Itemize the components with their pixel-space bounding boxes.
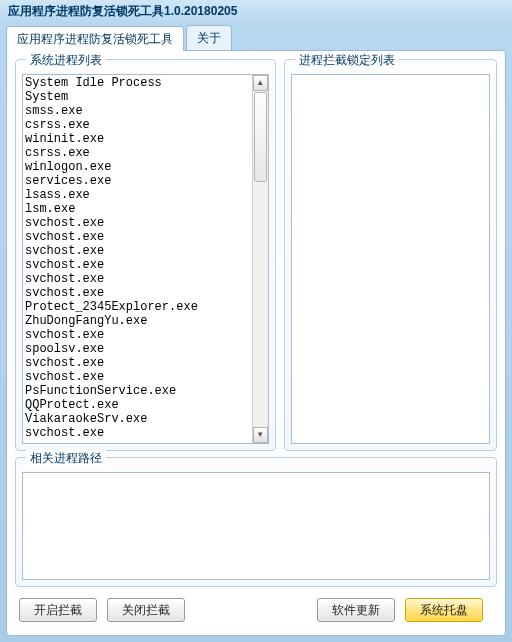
- lock-list[interactable]: [292, 75, 489, 443]
- tab-bar: 应用程序进程防复活锁死工具 关于: [0, 24, 512, 50]
- start-block-button[interactable]: 开启拦截: [19, 598, 97, 622]
- path-list[interactable]: [22, 472, 490, 580]
- process-item[interactable]: ViakaraokeSrv.exe: [25, 412, 250, 426]
- process-item[interactable]: svchost.exe: [25, 272, 250, 286]
- process-item[interactable]: lsm.exe: [25, 202, 250, 216]
- button-bar: 开启拦截 关闭拦截 软件更新 系统托盘: [15, 593, 497, 627]
- process-item[interactable]: smss.exe: [25, 104, 250, 118]
- process-item[interactable]: svchost.exe: [25, 328, 250, 342]
- process-item[interactable]: spoolsv.exe: [25, 342, 250, 356]
- scroll-thumb[interactable]: [254, 92, 267, 182]
- tab-about[interactable]: 关于: [186, 25, 232, 50]
- process-item[interactable]: svchost.exe: [25, 258, 250, 272]
- process-list[interactable]: System Idle ProcessSystemsmss.execsrss.e…: [23, 75, 252, 443]
- system-tray-button[interactable]: 系统托盘: [405, 598, 483, 622]
- group-process-paths-label: 相关进程路径: [26, 450, 106, 467]
- process-item[interactable]: System Idle Process: [25, 76, 250, 90]
- process-item[interactable]: lsass.exe: [25, 188, 250, 202]
- process-item[interactable]: svchost.exe: [25, 426, 250, 440]
- tab-main[interactable]: 应用程序进程防复活锁死工具: [6, 26, 184, 51]
- process-item[interactable]: System: [25, 90, 250, 104]
- group-system-processes-label: 系统进程列表: [26, 52, 106, 69]
- process-item[interactable]: svchost.exe: [25, 286, 250, 300]
- process-item[interactable]: svchost.exe: [25, 244, 250, 258]
- client-area: 系统进程列表 System Idle ProcessSystemsmss.exe…: [6, 50, 506, 636]
- process-item[interactable]: ZhuDongFangYu.exe: [25, 314, 250, 328]
- process-item[interactable]: svchost.exe: [25, 230, 250, 244]
- process-list-scrollbar[interactable]: ▲ ▼: [252, 75, 268, 443]
- scroll-down-icon[interactable]: ▼: [253, 427, 268, 443]
- group-locked-processes: 进程拦截锁定列表: [284, 59, 497, 451]
- window-title: 应用程序进程防复活锁死工具1.0.20180205: [8, 4, 237, 18]
- process-item[interactable]: csrss.exe: [25, 118, 250, 132]
- process-item[interactable]: PsFunctionService.exe: [25, 384, 250, 398]
- process-item[interactable]: services.exe: [25, 174, 250, 188]
- window-titlebar: 应用程序进程防复活锁死工具1.0.20180205: [0, 0, 512, 24]
- group-locked-processes-label: 进程拦截锁定列表: [295, 52, 399, 69]
- process-item[interactable]: winlogon.exe: [25, 160, 250, 174]
- process-item[interactable]: Protect_2345Explorer.exe: [25, 300, 250, 314]
- software-update-button[interactable]: 软件更新: [317, 598, 395, 622]
- process-item[interactable]: svchost.exe: [25, 216, 250, 230]
- group-process-paths: 相关进程路径: [15, 457, 497, 587]
- process-item[interactable]: wininit.exe: [25, 132, 250, 146]
- process-list-wrap: System Idle ProcessSystemsmss.execsrss.e…: [22, 74, 269, 444]
- process-item[interactable]: QQProtect.exe: [25, 398, 250, 412]
- top-row: 系统进程列表 System Idle ProcessSystemsmss.exe…: [15, 59, 497, 451]
- stop-block-button[interactable]: 关闭拦截: [107, 598, 185, 622]
- process-item[interactable]: csrss.exe: [25, 146, 250, 160]
- lock-list-wrap: [291, 74, 490, 444]
- scroll-up-icon[interactable]: ▲: [253, 75, 268, 91]
- group-system-processes: 系统进程列表 System Idle ProcessSystemsmss.exe…: [15, 59, 276, 451]
- process-item[interactable]: svchost.exe: [25, 356, 250, 370]
- process-item[interactable]: svchost.exe: [25, 370, 250, 384]
